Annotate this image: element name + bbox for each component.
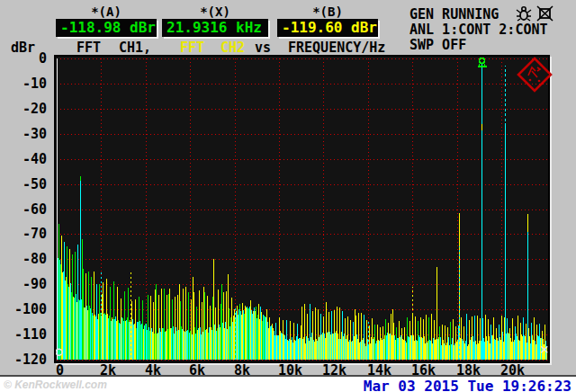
fft-plot-area (54, 55, 550, 363)
trace-a-channel: CH1, (119, 40, 151, 56)
readout-x-value: 21.9316 kHz (162, 19, 268, 37)
y-tick-label: -60 (22, 201, 47, 218)
y-tick-label: -120 (14, 352, 47, 368)
y-tick-label: -30 (22, 126, 47, 142)
readout-x-label: *(X) (162, 4, 268, 19)
watermark: © KenRockwell.com (4, 379, 107, 391)
status-icons (515, 5, 554, 22)
trace-b-channel: CH2 (220, 40, 245, 56)
y-tick-label: -90 (22, 276, 47, 292)
y-tick-label: -100 (14, 301, 47, 317)
readout-b-label: *(B) (277, 4, 378, 19)
rs-diamond-logo-icon (517, 57, 553, 93)
readout-b-value: -119.60 dBr (277, 19, 378, 37)
datetime-stamp: Mar 03 2015 Tue 19:26:23 (364, 378, 572, 392)
readout-a-label: *(A) (56, 4, 157, 19)
y-tick-label: -10 (22, 76, 47, 92)
y-tick-label: -110 (14, 326, 47, 343)
analyzer-status: ANL 1:CONT 2:CONT (410, 22, 548, 38)
fft-spectrum-chart (56, 57, 548, 361)
sweep-status: SWP OFF (410, 37, 466, 53)
upl-analyzer-screenshot: *(A) *(X) *(B) -118.98 dBr 21.9316 kHz -… (0, 0, 576, 392)
y-tick-label: -70 (22, 226, 47, 242)
generator-status: GEN RUNNING (410, 6, 499, 22)
y-tick-label: -80 (22, 251, 47, 267)
vs-label: vs (255, 40, 271, 56)
trace-b-function: FFT (180, 40, 204, 56)
y-axis: 0-10-20-30-40-50-60-70-80-90-100-110-120 (0, 0, 52, 375)
trace-a-function: FFT (76, 40, 101, 56)
footer-bar: © KenRockwell.com Mar 03 2015 Tue 19:26:… (0, 377, 576, 392)
y-tick-label: -20 (22, 101, 47, 117)
crossed-monitor-icon (536, 5, 554, 22)
y-tick-label: -40 (22, 151, 47, 167)
x-axis-title: FREQUENCY/Hz (288, 40, 385, 56)
bug-icon (515, 5, 533, 22)
y-tick-label: 0 (39, 50, 47, 67)
readout-a-value: -118.98 dBr (56, 19, 157, 37)
instrument-panel: *(A) *(X) *(B) -118.98 dBr 21.9316 kHz -… (0, 0, 576, 377)
y-tick-label: -50 (22, 176, 47, 192)
